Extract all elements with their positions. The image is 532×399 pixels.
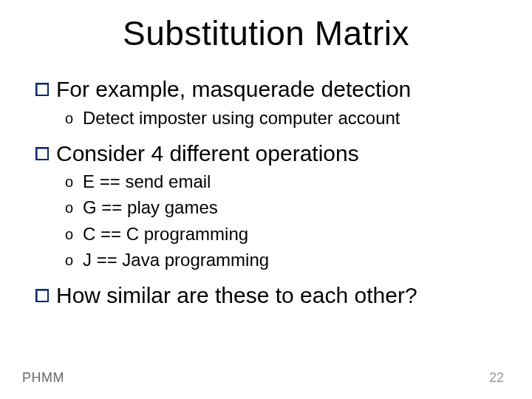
- bullet-item: Consider 4 different operations: [35, 140, 502, 168]
- slide: Substitution Matrix For example, masquer…: [0, 0, 532, 399]
- sub-bullet-text: G == play games: [83, 196, 218, 219]
- sub-bullet-item: o J == Java programming: [65, 248, 502, 271]
- square-bullet-icon: [35, 147, 49, 160]
- bullet-item: For example, masquerade detection: [35, 75, 502, 103]
- circle-bullet-icon: o: [65, 200, 75, 215]
- square-bullet-icon: [35, 289, 49, 302]
- sub-bullet-text: C == C programming: [83, 222, 248, 245]
- sub-bullet-item: o C == C programming: [65, 222, 502, 245]
- slide-content: For example, masquerade detection o Dete…: [35, 72, 502, 319]
- sub-bullet-item: o Detect imposter using computer account: [65, 106, 502, 129]
- bullet-text: For example, masquerade detection: [56, 75, 411, 103]
- bullet-group-0: For example, masquerade detection o Dete…: [35, 75, 502, 129]
- square-bullet-icon: [35, 83, 49, 96]
- sub-bullet-text: Detect imposter using computer account: [83, 106, 400, 129]
- sub-bullet-text: J == Java programming: [83, 248, 269, 271]
- bullet-text: How similar are these to each other?: [56, 282, 417, 310]
- sub-bullet-text: E == send email: [83, 170, 211, 193]
- bullet-item: How similar are these to each other?: [35, 282, 502, 310]
- bullet-group-1: Consider 4 different operations o E == s…: [35, 140, 502, 271]
- circle-bullet-icon: o: [65, 253, 75, 267]
- circle-bullet-icon: o: [65, 111, 75, 126]
- bullet-group-2: How similar are these to each other?: [35, 282, 502, 310]
- circle-bullet-icon: o: [65, 174, 75, 189]
- circle-bullet-icon: o: [65, 227, 75, 242]
- footer-label: PHMM: [22, 370, 64, 386]
- sub-bullet-item: o E == send email: [65, 170, 502, 193]
- sub-bullet-item: o G == play games: [65, 196, 502, 219]
- bullet-text: Consider 4 different operations: [56, 140, 359, 168]
- slide-title: Substitution Matrix: [0, 13, 532, 53]
- page-number: 22: [489, 370, 504, 386]
